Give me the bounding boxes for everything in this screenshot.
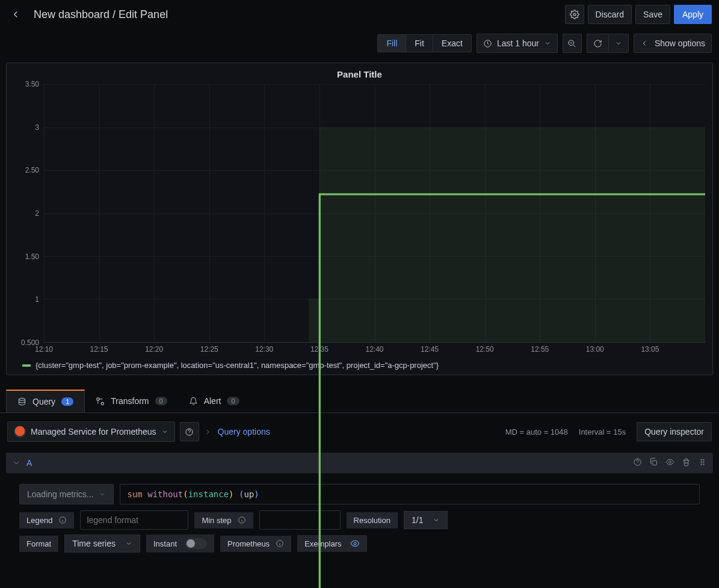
svg-point-9 (703, 459, 705, 461)
chevron-down-icon (125, 540, 132, 547)
query-help-button[interactable] (633, 458, 642, 468)
database-icon (17, 397, 26, 406)
panel: Panel Title 3.50 3 2.50 2 1.50 1 0.500 (6, 63, 713, 375)
clock-icon (483, 39, 492, 48)
discard-button[interactable]: Discard (588, 5, 632, 24)
view-mode-group: Fill Fit Exact (377, 34, 471, 52)
query-ref-id: A (26, 458, 32, 468)
metrics-browser[interactable]: Loading metrics... (19, 484, 114, 504)
fill-tab[interactable]: Fill (378, 35, 406, 52)
svg-point-3 (19, 398, 25, 400)
md-info: MD = auto = 1048 (505, 427, 568, 436)
svg-point-13 (703, 464, 705, 465)
eye-icon[interactable] (350, 539, 360, 548)
page-title: New dashboard / Edit Panel (34, 8, 168, 21)
instant-field: Instant (146, 534, 214, 553)
refresh-button[interactable] (587, 34, 608, 52)
time-range-label: Last 1 hour (497, 38, 539, 48)
show-options-toggle[interactable]: Show options (634, 34, 711, 52)
x-axis: 12:10 12:15 12:20 12:25 12:30 12:35 12:4… (44, 343, 705, 357)
chevron-down-icon (12, 459, 20, 467)
datasource-help-button[interactable] (180, 422, 199, 441)
time-range-picker[interactable]: Last 1 hour (477, 34, 558, 53)
save-button[interactable]: Save (635, 5, 670, 24)
tab-query[interactable]: Query 1 (6, 390, 85, 412)
query-options-link[interactable]: Query options (218, 427, 270, 436)
exact-tab[interactable]: Exact (433, 35, 471, 52)
chevron-down-icon (433, 516, 440, 524)
info-icon (238, 516, 246, 524)
show-options-label: Show options (655, 38, 705, 48)
legend-field-label: Legend (19, 512, 74, 528)
chevron-down-icon (99, 491, 106, 498)
transform-icon (96, 397, 105, 406)
svg-point-7 (669, 461, 671, 464)
fit-tab[interactable]: Fit (406, 35, 433, 52)
info-icon (276, 539, 284, 548)
info-icon (58, 516, 67, 524)
prometheus-field-label: Prometheus (220, 536, 291, 552)
svg-point-10 (701, 462, 702, 463)
prometheus-logo-icon (14, 426, 26, 438)
query-row-header[interactable]: A (6, 453, 713, 473)
svg-point-12 (701, 464, 702, 465)
delete-query-button[interactable] (682, 458, 691, 468)
legend-format-input[interactable] (80, 510, 188, 530)
svg-point-17 (354, 542, 356, 545)
svg-point-11 (703, 462, 705, 463)
svg-rect-6 (652, 461, 657, 465)
svg-point-0 (573, 13, 576, 16)
refresh-interval-dropdown[interactable] (608, 34, 628, 52)
chevron-down-icon (161, 428, 168, 435)
promql-query-input[interactable]: sum without(instance) (up) (120, 484, 700, 504)
exemplars-field: Exemplars (297, 535, 366, 552)
tab-transform[interactable]: Transform 0 (85, 390, 177, 412)
zoom-out-button[interactable] (563, 34, 582, 53)
legend-color-swatch (22, 364, 31, 367)
svg-point-8 (701, 459, 702, 461)
apply-button[interactable]: Apply (674, 5, 712, 24)
panel-title: Panel Title (14, 69, 705, 79)
chevron-down-icon (544, 40, 551, 47)
resolution-field-label: Resolution (347, 512, 398, 528)
format-select[interactable]: Time series (64, 534, 140, 553)
toggle-visibility-button[interactable] (665, 458, 674, 468)
chart-plot-area[interactable] (44, 84, 705, 343)
format-field-label: Format (19, 536, 58, 552)
instant-toggle[interactable] (185, 538, 207, 549)
query-inspector-button[interactable]: Query inspector (637, 422, 712, 441)
legend-label: {cluster="gmp-test", job="prom-example",… (35, 361, 439, 370)
chevron-right-icon (204, 428, 212, 436)
chevron-left-icon (640, 39, 649, 47)
datasource-picker[interactable]: Managed Service for Prometheus (7, 421, 175, 442)
resolution-select[interactable]: 1/1 (404, 511, 448, 529)
y-axis: 3.50 3 2.50 2 1.50 1 0.500 (14, 84, 44, 343)
tab-alert[interactable]: Alert 0 (178, 390, 250, 412)
drag-handle[interactable] (698, 458, 707, 468)
copy-query-button[interactable] (649, 458, 658, 468)
settings-button[interactable] (565, 5, 584, 24)
back-button[interactable] (7, 6, 24, 23)
minstep-field-label: Min step (194, 512, 253, 528)
chart-legend[interactable]: {cluster="gmp-test", job="prom-example",… (14, 361, 705, 370)
bell-icon (189, 397, 198, 406)
interval-info: Interval = 15s (579, 427, 626, 436)
minstep-input[interactable] (259, 510, 341, 530)
